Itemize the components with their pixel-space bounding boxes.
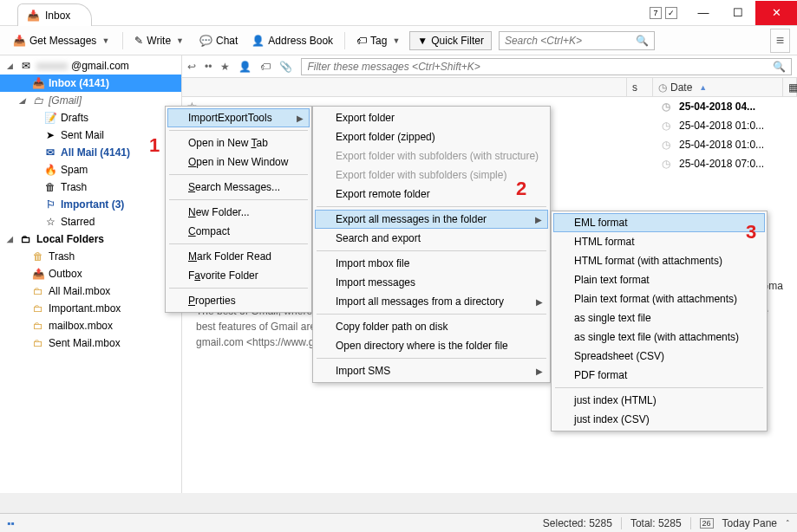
ctx-item[interactable]: New Folder... [167,203,310,222]
contact-icon[interactable]: 👤 [238,61,252,73]
folder-label: Sent Mail.mbox [49,337,121,349]
minimize-button[interactable]: — [686,1,721,25]
ctx-item[interactable]: Export all messages in the folder▶ [315,210,548,229]
chat-button[interactable]: 💬 Chat [193,31,244,50]
address-book-button[interactable]: 👤 Address Book [245,31,339,50]
ctx-item[interactable]: Import all messages from a directory▶ [315,292,548,311]
ctx-item[interactable]: Compact [167,222,310,241]
local-folder-sent-mail-mbox[interactable]: 🗀Sent Mail.mbox [0,334,181,352]
get-messages-label: Get Messages [29,35,96,47]
ctx-item[interactable]: Open directory where is the folder file [315,336,548,355]
sort-asc-icon: ▲ [699,83,707,92]
local-folder-important-mbox[interactable]: 🗀Important.mbox [0,300,181,317]
local-folders-node[interactable]: ◢ 🗀 Local Folders [0,230,181,248]
ctx-item[interactable]: Open in New Tab [167,133,310,152]
ctx-item[interactable]: Search and export [315,229,548,248]
local-folder-trash[interactable]: 🗑Trash [0,248,181,265]
chevron-down-icon[interactable]: ▼ [100,36,111,45]
ctx-item[interactable]: Open in New Window [167,152,310,172]
ctx-item[interactable]: HTML format (with attachments) [553,251,765,270]
folder-icon: 🗑 [43,181,57,193]
annotation-3: 3 [746,221,756,243]
ctx-item[interactable]: Export folder [315,108,548,127]
search-icon[interactable]: 🔍 [773,61,786,73]
chevron-down-icon[interactable]: ▼ [174,36,186,45]
address-book-label: Address Book [268,35,333,47]
unread-icon[interactable]: •• [205,61,212,73]
star-icon[interactable]: ★ [220,61,230,73]
tag-icon[interactable]: 🏷 [260,61,271,73]
folder-starred[interactable]: ☆Starred [0,213,181,230]
expand-icon[interactable]: ◢ [19,96,28,105]
ctx-item[interactable]: Export folder (zipped) [315,127,548,146]
calendar-icon[interactable]: 7 [650,7,662,19]
reply-icon[interactable]: ↩ [187,61,196,73]
folder-important-[interactable]: ⚐Important (3) [0,196,181,213]
search-icon[interactable]: 🔍 [636,35,649,47]
col-date-label: Date [670,81,692,94]
activity-icon[interactable]: ▪▪ [7,517,15,529]
ctx-item[interactable]: HTML format [553,232,765,251]
folder-trash[interactable]: 🗑Trash [0,178,181,196]
read-icon: ◷ [662,158,679,170]
ctx-import-export-tools[interactable]: ImportExportTools ▶ [167,108,310,127]
ctx-item[interactable]: Properties [167,291,310,310]
tab-inbox[interactable]: 📥 Inbox [17,3,92,26]
message-filter[interactable]: 🔍 [301,58,792,75]
ctx-item[interactable]: Search Messages... [167,178,310,197]
tasks-icon[interactable]: ✓ [665,7,677,19]
col-s[interactable]: s [627,78,653,96]
ctx-item[interactable]: Favorite Folder [167,266,310,285]
collapse-icon[interactable]: ◢ [7,62,16,70]
chevron-up-icon[interactable]: ˄ [786,519,790,528]
ctx-item[interactable]: Spreadsheet (CSV) [553,347,765,366]
account-node[interactable]: ◢ ✉ xxxxxx@gmail.com [0,57,181,75]
col-date[interactable]: ◷ Date ▲ [653,78,783,96]
filter-input[interactable] [307,61,773,73]
chevron-down-icon[interactable]: ▼ [390,36,402,45]
ctx-item[interactable]: Plain text format [553,270,765,289]
ctx-item[interactable]: Mark Folder Read [167,247,310,266]
folder-label: Important (3) [61,198,124,211]
folder--gmail-[interactable]: ◢🗀[Gmail] [0,92,181,109]
get-messages-button[interactable]: 📥 Get Messages ▼ [7,31,117,50]
calendar-day-icon[interactable]: 26 [700,518,714,529]
ctx-item[interactable]: EML format [553,213,765,232]
ctx-item[interactable]: Plain text format (with attachments) [553,289,765,308]
ctx-item[interactable]: Import messages [315,273,548,292]
folder-drafts[interactable]: 📝Drafts [0,109,181,127]
folder-spam[interactable]: 🔥Spam [0,161,181,178]
today-pane-button[interactable]: Today Pane [722,517,777,529]
ctx-item[interactable]: Import mbox file [315,254,548,273]
close-button[interactable]: ✕ [755,1,797,25]
ctx-item[interactable]: Import SMS▶ [315,361,548,380]
ctx-item[interactable]: just index (CSV) [553,410,765,429]
folder-label: Inbox (4141) [49,77,109,89]
app-menu-button[interactable]: ≡ [770,29,790,53]
local-folder-all-mail-mbox[interactable]: 🗀All Mail.mbox [0,282,181,300]
maximize-button[interactable]: ☐ [721,1,755,25]
folder-icon: 📤 [31,268,45,280]
local-folder-outbox[interactable]: 📤Outbox [0,265,181,282]
ctx-item[interactable]: just index (HTML) [553,391,765,410]
folder-inbox-[interactable]: 📥Inbox (4141) [0,75,181,92]
search-input[interactable] [505,35,636,47]
column-headers[interactable]: s ◷ Date ▲ ▦ [182,78,797,97]
ctx-item[interactable]: Export remote folder [315,185,548,204]
write-button[interactable]: ✎ Write ▼ [128,31,192,50]
ctx-label: ImportExportTools [188,112,272,124]
attachment-icon[interactable]: 📎 [279,61,292,73]
global-search[interactable]: 🔍 [499,31,655,50]
collapse-icon[interactable]: ◢ [7,235,16,243]
local-folder-mailbox-mbox[interactable]: 🗀mailbox.mbox [0,317,181,334]
quick-filter-button[interactable]: ▼ Quick Filter [409,31,492,50]
ctx-item[interactable]: as single text file (with attachments) [553,328,765,347]
menu-separator [317,358,546,359]
ctx-label: Export folder with subfolders (with stru… [336,150,539,162]
ctx-item[interactable]: as single text file [553,308,765,328]
tag-button[interactable]: 🏷 Tag ▼ [350,31,408,50]
ctx-item[interactable]: PDF format [553,366,765,385]
tag-label: Tag [370,35,387,47]
ctx-item[interactable]: Copy folder path on disk [315,317,548,336]
column-picker[interactable]: ▦ [783,78,797,96]
